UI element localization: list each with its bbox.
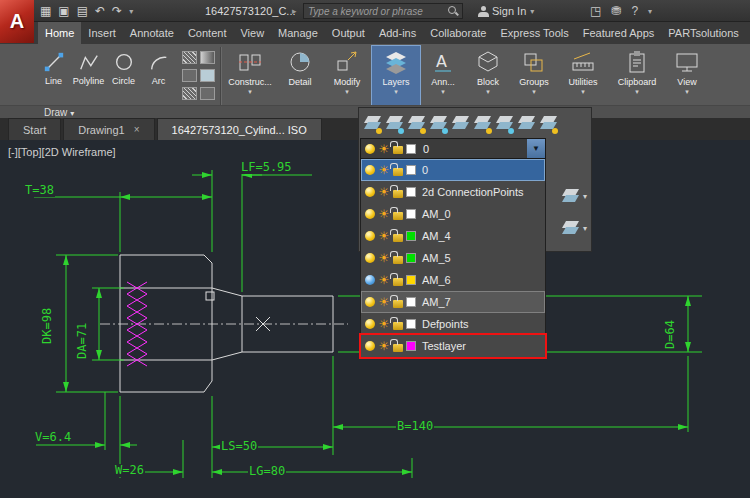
layer-merge-icon[interactable]	[515, 111, 537, 135]
ribbon-tab-home[interactable]: Home	[38, 22, 81, 44]
sun-icon[interactable]: ☀	[378, 209, 390, 219]
sun-icon[interactable]: ☀	[378, 165, 390, 175]
help-chevron-down-icon[interactable]: ▾	[648, 7, 652, 16]
line-button[interactable]: Line	[36, 45, 71, 103]
qat-chevron-down-icon[interactable]: ▾	[129, 7, 133, 16]
layer-row-am-7[interactable]: ☀AM_7	[361, 291, 545, 313]
circle-button[interactable]: Circle	[106, 45, 141, 103]
layer-row-am-4[interactable]: ☀AM_4	[361, 225, 545, 247]
sun-icon[interactable]: ☀	[378, 297, 390, 307]
search-icon[interactable]	[447, 5, 459, 17]
layer-row-testlayer[interactable]: ☀Testlayer	[361, 335, 545, 357]
layer-row-2d-connectionpoints[interactable]: ☀2d ConnectionPoints	[361, 181, 545, 203]
close-icon[interactable]: ×	[134, 124, 140, 135]
sun-icon[interactable]: ☀	[378, 341, 390, 351]
wipeout-icon[interactable]	[182, 87, 197, 100]
lock-icon[interactable]	[393, 256, 403, 264]
polyline-button[interactable]: Polyline	[71, 45, 106, 103]
color-swatch[interactable]	[406, 275, 416, 285]
lock-icon[interactable]	[393, 322, 403, 330]
ribbon-tab-output[interactable]: Output	[325, 22, 372, 44]
lock-icon[interactable]	[393, 168, 403, 176]
color-swatch[interactable]	[406, 253, 416, 263]
help-search[interactable]	[303, 3, 463, 19]
layer-row-defpoints[interactable]: ☀Defpoints	[361, 313, 545, 335]
ribbon-tab-collaborate[interactable]: Collaborate	[423, 22, 493, 44]
bulb-icon[interactable]	[365, 253, 375, 263]
revision-cloud-icon[interactable]	[200, 87, 215, 100]
ribbon-tab-view[interactable]: View	[233, 22, 271, 44]
layer-row-am-6[interactable]: ☀AM_6	[361, 269, 545, 291]
ribbon-tab-add-ins[interactable]: Add-ins	[372, 22, 423, 44]
application-menu-button[interactable]: A	[0, 0, 34, 43]
clipboard-button[interactable]: Clipboard ▾	[609, 45, 665, 107]
help-icon[interactable]: ?	[631, 4, 638, 18]
layer-row-0[interactable]: ☀0	[361, 159, 545, 181]
workspace-icon[interactable]: ▦	[40, 4, 51, 18]
save-icon[interactable]: ▣	[58, 4, 69, 18]
arc-button[interactable]: Arc	[141, 45, 176, 103]
view-button[interactable]: View ▾	[665, 45, 709, 107]
layer-on-icon[interactable]	[361, 111, 383, 135]
construction-button[interactable]: Construc... ▾	[223, 45, 277, 107]
ribbon-tab-annotate[interactable]: Annotate	[123, 22, 181, 44]
modify-button[interactable]: Modify ▾	[323, 45, 371, 107]
layers-button[interactable]: Layers ▾	[371, 45, 421, 107]
layer-row-am-0[interactable]: ☀AM_0	[361, 203, 545, 225]
layer-prev-icon[interactable]	[471, 111, 493, 135]
plot-icon[interactable]: ▤	[77, 4, 88, 18]
layer-delete-icon[interactable]	[537, 111, 559, 135]
layer-match-icon[interactable]	[449, 111, 471, 135]
color-swatch[interactable]	[406, 341, 416, 351]
sun-icon[interactable]: ☀	[378, 231, 390, 241]
lock-icon[interactable]	[393, 278, 403, 286]
detail-button[interactable]: Detail	[277, 45, 323, 107]
layer-freeze-icon[interactable]	[383, 111, 405, 135]
color-swatch[interactable]	[406, 209, 416, 219]
lock-icon[interactable]	[393, 190, 403, 198]
bulb-icon[interactable]	[365, 297, 375, 307]
color-swatch[interactable]	[406, 165, 416, 175]
sun-icon[interactable]: ☀	[378, 275, 390, 285]
app-store-icon[interactable]: ◳	[590, 4, 601, 18]
lock-icon[interactable]	[393, 300, 403, 308]
gradient-icon[interactable]	[200, 51, 215, 64]
block-button[interactable]: Block ▾	[465, 45, 511, 107]
annotation-button[interactable]: A Ann... ▾	[421, 45, 465, 107]
ribbon-tab-partsolutions[interactable]: PARTsolutions	[661, 22, 746, 44]
bulb-icon[interactable]	[365, 275, 375, 285]
layer-walk-button[interactable]: ▾	[559, 184, 587, 208]
cart-icon[interactable]: ⛃	[611, 4, 621, 18]
utilities-button[interactable]: Utilities ▾	[557, 45, 609, 107]
bulb-icon[interactable]	[365, 209, 375, 219]
lock-icon[interactable]	[393, 344, 403, 352]
layer-combo[interactable]: ☀ 0 ▼	[360, 138, 546, 159]
color-swatch[interactable]	[406, 297, 416, 307]
doc-tab-16427573120-cylind-iso[interactable]: 16427573120_Cylind... ISO	[157, 118, 322, 140]
ribbon-tab-express-tools[interactable]: Express Tools	[493, 22, 575, 44]
combo-chevron-down-icon[interactable]: ▼	[527, 139, 545, 158]
ribbon-tab-featured-apps[interactable]: Featured Apps	[576, 22, 662, 44]
ribbon-tab-content[interactable]: Content	[181, 22, 234, 44]
bulb-icon[interactable]	[365, 187, 375, 197]
ribbon-tab-manage[interactable]: Manage	[271, 22, 325, 44]
sun-icon[interactable]: ☀	[378, 187, 390, 197]
bulb-icon[interactable]	[365, 231, 375, 241]
bulb-icon[interactable]	[365, 319, 375, 329]
layer-isolate-icon[interactable]	[405, 111, 427, 135]
hatch-icon[interactable]	[182, 51, 197, 64]
title-chevron-icon[interactable]: ▸	[292, 0, 297, 22]
undo-icon[interactable]: ↶	[95, 4, 105, 18]
color-swatch[interactable]	[406, 231, 416, 241]
doc-tab-drawing1[interactable]: Drawing1×	[63, 118, 154, 140]
ribbon-tab-insert[interactable]: Insert	[81, 22, 123, 44]
layer-row-am-5[interactable]: ☀AM_5	[361, 247, 545, 269]
groups-button[interactable]: Groups ▾	[511, 45, 557, 107]
bulb-icon[interactable]	[365, 341, 375, 351]
sun-icon[interactable]: ☀	[378, 319, 390, 329]
layer-lock-icon[interactable]	[427, 111, 449, 135]
layer-unlock-icon[interactable]	[493, 111, 515, 135]
sun-icon[interactable]: ☀	[378, 253, 390, 263]
signin-button[interactable]: Sign In ▾	[478, 0, 534, 22]
region-icon[interactable]	[200, 69, 215, 82]
